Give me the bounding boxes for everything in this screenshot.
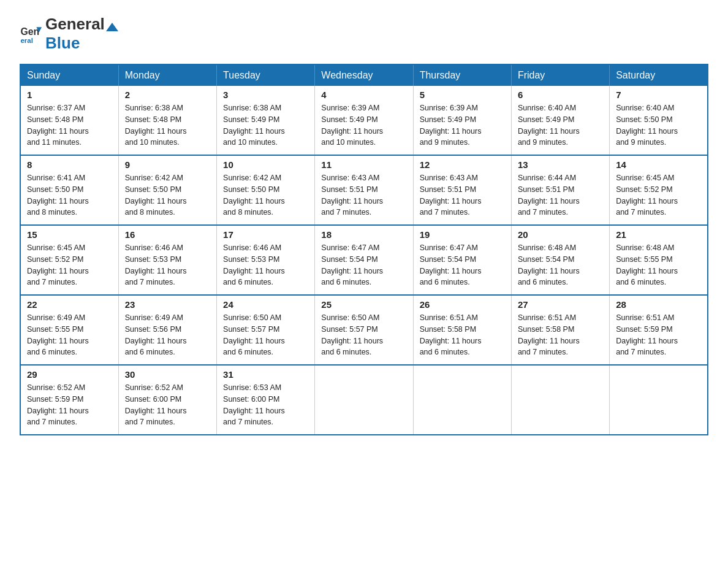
svg-text:Gen: Gen (20, 26, 39, 37)
day-number: 11 (321, 159, 406, 170)
day-number: 9 (125, 159, 210, 170)
day-info: Sunrise: 6:39 AMSunset: 5:49 PMDaylight:… (321, 102, 406, 148)
day-info: Sunrise: 6:45 AMSunset: 5:52 PMDaylight:… (27, 242, 112, 288)
day-number: 17 (223, 229, 308, 240)
calendar-cell: 16Sunrise: 6:46 AMSunset: 5:53 PMDayligh… (118, 225, 216, 295)
calendar-cell (511, 365, 609, 435)
calendar-cell: 31Sunrise: 6:53 AMSunset: 6:00 PMDayligh… (217, 365, 315, 435)
calendar-cell: 17Sunrise: 6:46 AMSunset: 5:53 PMDayligh… (217, 225, 315, 295)
page-header: Gen eral General Blue (20, 15, 708, 53)
day-info: Sunrise: 6:46 AMSunset: 5:53 PMDaylight:… (125, 242, 210, 288)
day-info: Sunrise: 6:50 AMSunset: 5:57 PMDaylight:… (321, 312, 406, 358)
calendar-cell: 12Sunrise: 6:43 AMSunset: 5:51 PMDayligh… (413, 155, 511, 225)
day-info: Sunrise: 6:48 AMSunset: 5:55 PMDaylight:… (616, 242, 701, 288)
day-info: Sunrise: 6:38 AMSunset: 5:48 PMDaylight:… (125, 102, 210, 148)
day-info: Sunrise: 6:44 AMSunset: 5:51 PMDaylight:… (518, 172, 603, 218)
day-number: 21 (616, 229, 701, 240)
day-info: Sunrise: 6:51 AMSunset: 5:59 PMDaylight:… (616, 312, 701, 358)
weekday-header-tuesday: Tuesday (217, 64, 315, 86)
calendar-cell: 9Sunrise: 6:42 AMSunset: 5:50 PMDaylight… (118, 155, 216, 225)
day-info: Sunrise: 6:52 AMSunset: 5:59 PMDaylight:… (27, 382, 112, 428)
calendar-cell (610, 365, 708, 435)
day-info: Sunrise: 6:43 AMSunset: 5:51 PMDaylight:… (420, 172, 505, 218)
calendar-cell: 7Sunrise: 6:40 AMSunset: 5:50 PMDaylight… (610, 86, 708, 155)
day-info: Sunrise: 6:46 AMSunset: 5:53 PMDaylight:… (223, 242, 308, 288)
day-info: Sunrise: 6:38 AMSunset: 5:49 PMDaylight:… (223, 102, 308, 148)
calendar-cell: 29Sunrise: 6:52 AMSunset: 5:59 PMDayligh… (20, 365, 118, 435)
calendar-week-row: 1Sunrise: 6:37 AMSunset: 5:48 PMDaylight… (20, 86, 708, 155)
day-number: 18 (321, 229, 406, 240)
calendar-cell: 8Sunrise: 6:41 AMSunset: 5:50 PMDaylight… (20, 155, 118, 225)
day-number: 26 (420, 299, 505, 310)
day-info: Sunrise: 6:41 AMSunset: 5:50 PMDaylight:… (27, 172, 112, 218)
day-info: Sunrise: 6:45 AMSunset: 5:52 PMDaylight:… (616, 172, 701, 218)
weekday-header-sunday: Sunday (20, 64, 118, 86)
weekday-header-thursday: Thursday (413, 64, 511, 86)
day-number: 2 (125, 90, 210, 100)
weekday-header-monday: Monday (118, 64, 216, 86)
calendar-cell: 22Sunrise: 6:49 AMSunset: 5:55 PMDayligh… (20, 295, 118, 365)
calendar-table: SundayMondayTuesdayWednesdayThursdayFrid… (20, 64, 708, 435)
logo-arrow (106, 23, 118, 31)
day-info: Sunrise: 6:49 AMSunset: 5:56 PMDaylight:… (125, 312, 210, 358)
calendar-cell: 30Sunrise: 6:52 AMSunset: 6:00 PMDayligh… (118, 365, 216, 435)
calendar-week-row: 22Sunrise: 6:49 AMSunset: 5:55 PMDayligh… (20, 295, 708, 365)
day-number: 14 (616, 159, 701, 170)
calendar-cell: 15Sunrise: 6:45 AMSunset: 5:52 PMDayligh… (20, 225, 118, 295)
calendar-week-row: 8Sunrise: 6:41 AMSunset: 5:50 PMDaylight… (20, 155, 708, 225)
calendar-cell: 26Sunrise: 6:51 AMSunset: 5:58 PMDayligh… (413, 295, 511, 365)
day-info: Sunrise: 6:37 AMSunset: 5:48 PMDaylight:… (27, 102, 112, 148)
calendar-cell: 5Sunrise: 6:39 AMSunset: 5:49 PMDaylight… (413, 86, 511, 155)
calendar-cell: 4Sunrise: 6:39 AMSunset: 5:49 PMDaylight… (315, 86, 413, 155)
day-info: Sunrise: 6:42 AMSunset: 5:50 PMDaylight:… (125, 172, 210, 218)
calendar-cell: 1Sunrise: 6:37 AMSunset: 5:48 PMDaylight… (20, 86, 118, 155)
calendar-cell: 19Sunrise: 6:47 AMSunset: 5:54 PMDayligh… (413, 225, 511, 295)
calendar-cell (413, 365, 511, 435)
day-number: 27 (518, 299, 603, 310)
calendar-week-row: 15Sunrise: 6:45 AMSunset: 5:52 PMDayligh… (20, 225, 708, 295)
day-number: 20 (518, 229, 603, 240)
logo: Gen eral General Blue (20, 15, 119, 53)
day-number: 25 (321, 299, 406, 310)
calendar-cell: 3Sunrise: 6:38 AMSunset: 5:49 PMDaylight… (217, 86, 315, 155)
day-number: 28 (616, 299, 701, 310)
day-number: 29 (27, 369, 112, 380)
day-number: 3 (223, 90, 308, 100)
day-number: 8 (27, 159, 112, 170)
day-number: 16 (125, 229, 210, 240)
calendar-cell: 2Sunrise: 6:38 AMSunset: 5:48 PMDaylight… (118, 86, 216, 155)
day-number: 30 (125, 369, 210, 380)
day-info: Sunrise: 6:51 AMSunset: 5:58 PMDaylight:… (420, 312, 505, 358)
calendar-cell: 24Sunrise: 6:50 AMSunset: 5:57 PMDayligh… (217, 295, 315, 365)
calendar-cell: 18Sunrise: 6:47 AMSunset: 5:54 PMDayligh… (315, 225, 413, 295)
day-info: Sunrise: 6:43 AMSunset: 5:51 PMDaylight:… (321, 172, 406, 218)
day-info: Sunrise: 6:52 AMSunset: 6:00 PMDaylight:… (125, 382, 210, 428)
calendar-cell (315, 365, 413, 435)
weekday-header-friday: Friday (511, 64, 609, 86)
day-info: Sunrise: 6:40 AMSunset: 5:50 PMDaylight:… (616, 102, 701, 148)
day-info: Sunrise: 6:48 AMSunset: 5:54 PMDaylight:… (518, 242, 603, 288)
day-number: 19 (420, 229, 505, 240)
calendar-cell: 25Sunrise: 6:50 AMSunset: 5:57 PMDayligh… (315, 295, 413, 365)
day-number: 4 (321, 90, 406, 100)
day-number: 7 (616, 90, 701, 100)
day-number: 10 (223, 159, 308, 170)
day-number: 22 (27, 299, 112, 310)
day-number: 13 (518, 159, 603, 170)
calendar-cell: 23Sunrise: 6:49 AMSunset: 5:56 PMDayligh… (118, 295, 216, 365)
calendar-cell: 20Sunrise: 6:48 AMSunset: 5:54 PMDayligh… (511, 225, 609, 295)
calendar-cell: 21Sunrise: 6:48 AMSunset: 5:55 PMDayligh… (610, 225, 708, 295)
weekday-header-row: SundayMondayTuesdayWednesdayThursdayFrid… (20, 64, 708, 86)
weekday-header-saturday: Saturday (610, 64, 708, 86)
calendar-cell: 6Sunrise: 6:40 AMSunset: 5:49 PMDaylight… (511, 86, 609, 155)
logo-text-blue: Blue (45, 34, 80, 52)
calendar-cell: 13Sunrise: 6:44 AMSunset: 5:51 PMDayligh… (511, 155, 609, 225)
logo-icon: Gen eral (20, 23, 42, 45)
day-number: 6 (518, 90, 603, 100)
day-number: 12 (420, 159, 505, 170)
day-info: Sunrise: 6:42 AMSunset: 5:50 PMDaylight:… (223, 172, 308, 218)
calendar-cell: 11Sunrise: 6:43 AMSunset: 5:51 PMDayligh… (315, 155, 413, 225)
day-info: Sunrise: 6:51 AMSunset: 5:58 PMDaylight:… (518, 312, 603, 358)
day-info: Sunrise: 6:50 AMSunset: 5:57 PMDaylight:… (223, 312, 308, 358)
day-number: 5 (420, 90, 505, 100)
